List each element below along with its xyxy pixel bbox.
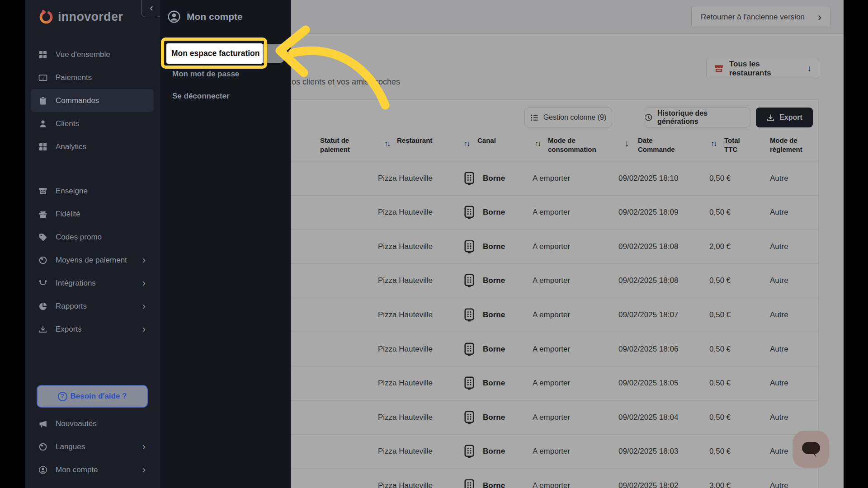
cell-mode-reglement: Autre	[770, 481, 788, 488]
help-button-label: Besoin d'aide ?	[71, 392, 127, 401]
kiosk-icon	[464, 411, 475, 424]
cell-mode-reglement: Autre	[770, 242, 788, 251]
sidebar-item-label: Moyens de paiement	[56, 256, 127, 265]
help-button[interactable]: ? Besoin d'aide ?	[37, 385, 148, 408]
account-flyout-menu: Mon compte Mon mot de passe Se déconnect…	[160, 0, 291, 488]
chevron-right-icon: ›	[142, 301, 146, 311]
column-header-restaurant[interactable]: Restaurant	[397, 136, 432, 145]
table-row[interactable]: Pizza HautevilleBorneA emporter09/02/202…	[291, 400, 818, 435]
sort-icon[interactable]: ↑↓	[384, 140, 390, 148]
sidebar-item-nouveautes[interactable]: Nouveautés	[31, 412, 154, 435]
column-header-canal[interactable]: Canal	[477, 136, 496, 145]
sidebar-item-vue-d-ensemble[interactable]: Vue d'ensemble	[31, 43, 154, 66]
account-menu-header: Mon compte	[167, 10, 243, 23]
chevron-right-icon: ›	[142, 442, 146, 452]
menu-item-password[interactable]: Mon mot de passe	[172, 70, 239, 79]
sidebar-item-langues[interactable]: Langues›	[31, 435, 154, 458]
kiosk-icon	[464, 479, 475, 488]
sidebar-item-label: Exports	[56, 325, 82, 334]
cell-mode-consommation: A emporter	[533, 345, 570, 354]
megaphone-icon	[38, 419, 48, 429]
sidebar-item-label: Nouveautés	[56, 419, 97, 428]
manage-columns-button[interactable]: Gestion colonne (9)	[524, 108, 612, 127]
cell-mode-consommation: A emporter	[533, 379, 570, 388]
sidebar-item-label: Analytics	[56, 142, 86, 151]
sort-icon[interactable]: ↑↓	[711, 140, 716, 148]
menu-item-logout[interactable]: Se déconnecter	[172, 92, 230, 101]
column-header-statut-de-paiement[interactable]: Statut de paiement	[320, 136, 350, 154]
column-header-mode-de-reglement[interactable]: Mode de règlement	[770, 136, 802, 154]
sidebar-item-label: Commandes	[56, 96, 99, 105]
cell-mode-reglement: Autre	[770, 310, 788, 319]
table-row[interactable]: Pizza HautevilleBorneA emporter09/02/202…	[291, 196, 818, 230]
cell-restaurant: Pizza Hauteville	[378, 481, 433, 488]
cell-mode-consommation: A emporter	[533, 276, 570, 285]
cell-total-ttc: 0,50 €	[709, 447, 731, 456]
sidebar-item-label: Fidélité	[56, 210, 80, 219]
sidebar-item-rapports[interactable]: Rapports›	[31, 295, 154, 318]
cell-restaurant: Pizza Hauteville	[378, 345, 433, 354]
cell-date-commande: 09/02/2025 18:04	[618, 413, 678, 422]
kiosk-icon	[464, 376, 475, 390]
cell-mode-reglement: Autre	[770, 345, 788, 354]
sidebar-item-enseigne[interactable]: Enseigne	[31, 179, 154, 202]
sidebar-item-integrations[interactable]: Intégrations›	[31, 272, 154, 295]
download-icon	[766, 113, 775, 122]
grid-icon	[38, 142, 48, 152]
page-subtitle: os clients et vos amis proches	[292, 77, 400, 87]
table-row[interactable]: Pizza HautevilleBorneA emporter09/02/202…	[291, 230, 818, 264]
sidebar-item-fidelite[interactable]: Fidélité	[31, 202, 154, 225]
sidebar-item-analytics[interactable]: Analytics	[31, 135, 154, 158]
cell-restaurant: Pizza Hauteville	[378, 447, 433, 456]
table-row[interactable]: Pizza HautevilleBorneA emporter09/02/202…	[291, 469, 818, 488]
cell-date-commande: 09/02/2025 18:07	[618, 310, 678, 319]
cell-restaurant: Pizza Hauteville	[378, 310, 433, 319]
cell-total-ttc: 0,50 €	[709, 345, 731, 354]
export-button[interactable]: Export	[756, 108, 813, 127]
sort-icon[interactable]: ↑↓	[464, 140, 469, 148]
cell-date-commande: 09/02/2025 18:08	[618, 242, 678, 251]
old-version-button[interactable]: Retourner à l'ancienne version ›	[691, 6, 831, 28]
innovorder-spinner-icon	[39, 9, 53, 24]
sidebar-item-codes-promo[interactable]: Codes promo	[31, 225, 154, 249]
restaurant-filter-button[interactable]: Tous les restaurants ↓	[706, 58, 819, 79]
storefront-icon	[714, 64, 724, 74]
table-row[interactable]: Pizza HautevilleBorneA emporter09/02/202…	[291, 298, 818, 332]
table-row[interactable]: Pizza HautevilleBorneA emporter09/02/202…	[291, 332, 818, 366]
generation-history-button[interactable]: Historique des générations	[644, 108, 750, 127]
table-row[interactable]: Pizza HautevilleBorneA emporter09/02/202…	[291, 264, 818, 298]
sidebar-item-paiements[interactable]: Paiements	[31, 66, 154, 89]
kiosk-icon	[464, 172, 475, 185]
sort-icon[interactable]: ↑↓	[535, 140, 540, 148]
export-label: Export	[779, 113, 802, 122]
cell-canal: Borne	[483, 413, 505, 422]
column-header-total-ttc[interactable]: Total TTC	[724, 136, 740, 154]
sidebar-item-clients[interactable]: Clients	[31, 112, 154, 135]
sidebar-item-label: Vue d'ensemble	[56, 50, 110, 59]
cell-mode-consommation: A emporter	[533, 242, 570, 251]
chat-launcher-button[interactable]	[793, 431, 829, 468]
column-header-mode-de-consommation[interactable]: Mode de consommation	[548, 136, 596, 154]
cell-canal: Borne	[483, 481, 505, 488]
cell-canal: Borne	[483, 447, 505, 456]
table-row[interactable]: Pizza HautevilleBorneA emporter09/02/202…	[291, 366, 818, 401]
table-row[interactable]: Pizza HautevilleBorneA emporter09/02/202…	[291, 435, 818, 469]
clipboard-icon	[38, 96, 48, 106]
sidebar-item-mon-compte[interactable]: Mon compte›	[31, 458, 154, 481]
sidebar-collapse-button[interactable]: ‹	[141, 0, 162, 17]
chevron-right-icon: ›	[142, 324, 146, 334]
menu-item-billing-space[interactable]: Mon espace facturation	[166, 43, 263, 64]
question-circle-icon: ?	[58, 392, 67, 401]
cell-mode-reglement: Autre	[770, 447, 788, 456]
sidebar-item-moyens-de-paiement[interactable]: Moyens de paiement›	[31, 249, 154, 272]
person-circle-icon	[38, 465, 48, 475]
cell-canal: Borne	[483, 242, 505, 251]
table-row[interactable]: Pizza HautevilleBorneA emporter09/02/202…	[291, 161, 818, 196]
cell-date-commande: 09/02/2025 18:02	[618, 481, 678, 488]
manage-columns-label: Gestion colonne (9)	[543, 113, 607, 122]
cell-total-ttc: 0,50 €	[709, 174, 731, 183]
sidebar-item-commandes[interactable]: Commandes	[31, 89, 154, 112]
column-header-date-commande[interactable]: Date Commande	[638, 136, 675, 154]
sidebar-item-exports[interactable]: Exports›	[31, 318, 154, 341]
sort-desc-icon[interactable]: ↓	[624, 138, 629, 149]
